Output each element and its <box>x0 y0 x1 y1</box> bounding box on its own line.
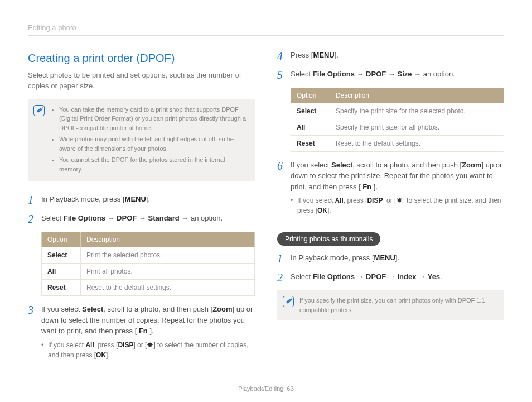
bold-text: Zoom <box>212 305 232 313</box>
step-6: 6 If you select Select, scroll to a phot… <box>277 160 504 216</box>
footer-page: 63 <box>287 385 294 392</box>
menu-button-label: MENU <box>313 51 334 59</box>
step-1: 1 In Playback mode, press [MENU]. <box>28 194 255 206</box>
ok-button-label: OK <box>96 351 106 359</box>
menu-button-label: MENU <box>374 253 395 262</box>
bold-text: Standard <box>148 214 179 222</box>
table-row: AllPrint all photos. <box>42 264 255 280</box>
bold-text: Select <box>82 305 103 313</box>
step-2: 2 Select File Options → DPOF → Standard … <box>28 213 255 225</box>
step-number: 6 <box>277 160 291 216</box>
step-number: 1 <box>28 194 41 206</box>
table-header: Option <box>291 88 330 103</box>
right-column: 4 Press [MENU]. 5 Select File Options → … <box>277 50 504 367</box>
flower-icon <box>147 342 153 348</box>
note-item: You can take the memory card to a print … <box>59 105 247 133</box>
left-column: Creating a print order (DPOF) Select pho… <box>28 50 255 367</box>
disp-button-label: DISP <box>367 197 383 204</box>
info-icon: ✐ <box>283 296 294 307</box>
table-header: Option <box>42 232 81 247</box>
step-5: 5 Select File Options → DPOF → Size → an… <box>277 69 504 81</box>
subsection-pill: Printing photos as thumbnails <box>277 232 380 246</box>
note-text: If you specify the print size, you can p… <box>299 296 496 314</box>
fn-button-label: Fn <box>362 183 371 191</box>
table-row: SelectPrint the selected photos. <box>42 247 255 264</box>
step-number: 2 <box>277 271 291 284</box>
table-row: ResetReset to the default settings. <box>291 135 504 151</box>
note-item: Wide photos may print with the left and … <box>59 135 247 153</box>
footer-section: Playback/Editing <box>238 385 283 392</box>
step-number: 2 <box>28 213 41 225</box>
thumb-step-1: 1 In Playback mode, press [MENU]. <box>277 252 504 265</box>
note-box: ✐ You can take the memory card to a prin… <box>28 99 255 182</box>
step-text: In Playback mode, press [ <box>41 195 125 203</box>
options-table-size: OptionDescription SelectSpecify the prin… <box>291 88 504 152</box>
step-4: 4 Press [MENU]. <box>277 50 504 62</box>
step-3: 3 If you select Select, scroll to a phot… <box>28 304 255 360</box>
disp-button-label: DISP <box>118 341 133 349</box>
fn-button-label: Fn <box>139 327 148 335</box>
section-intro: Select photos to be printed and set opti… <box>28 70 255 92</box>
step-number: 1 <box>277 252 291 265</box>
content-columns: Creating a print order (DPOF) Select pho… <box>28 50 504 367</box>
page-footer: Playback/Editing 63 <box>0 384 532 394</box>
step-text: ]. <box>146 195 150 203</box>
note-box-bottom: ✐ If you specify the print size, you can… <box>277 290 504 320</box>
bold-text: File Options <box>64 214 105 222</box>
section-title: Creating a print order (DPOF) <box>28 50 255 66</box>
options-table-standard: OptionDescription SelectPrint the select… <box>41 232 255 296</box>
step-number: 4 <box>277 50 291 62</box>
step-text: Select <box>41 214 64 222</box>
table-row: SelectSpecify the print size for the sel… <box>291 103 504 119</box>
menu-button-label: MENU <box>125 195 146 203</box>
note-item: You cannot set the DPOF for the photos s… <box>59 155 247 174</box>
step-number: 3 <box>28 304 41 360</box>
sub-bullet: If you select All, press [DISP] or [] to… <box>41 340 255 360</box>
ok-button-label: OK <box>317 207 327 214</box>
table-header: Description <box>81 232 255 247</box>
table-row: ResetReset to the default settings. <box>42 280 255 296</box>
header-breadcrumb: Editing a photo <box>28 22 504 36</box>
bold-text: DPOF <box>117 214 137 222</box>
table-header: Description <box>330 88 504 103</box>
thumb-step-2: 2 Select File Options → DPOF → Index → Y… <box>277 271 504 284</box>
table-row: AllSpecify the print size for all photos… <box>291 119 504 135</box>
info-icon: ✐ <box>33 105 45 116</box>
step-number: 5 <box>277 69 291 81</box>
sub-bullet: If you select All, press [DISP] or [] to… <box>291 195 504 216</box>
flower-icon <box>396 197 403 203</box>
